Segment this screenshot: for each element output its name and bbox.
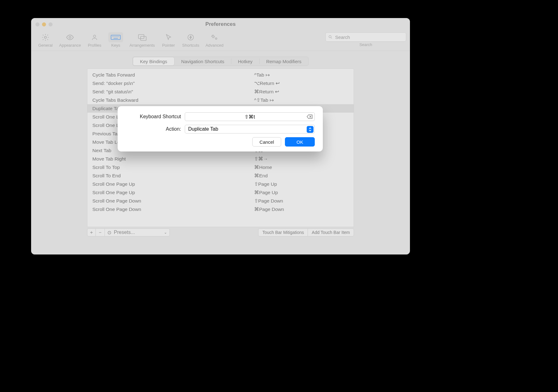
svg-rect-3 — [111, 35, 120, 40]
gear-icon — [38, 32, 53, 42]
ellipsis-icon: ⊙ — [107, 230, 111, 236]
tab-label: General — [38, 43, 53, 48]
key-binding-shortcut: ^⇧Tab ↦ — [254, 97, 349, 103]
key-binding-action: Cycle Tabs Forward — [92, 72, 254, 78]
key-binding-row[interactable]: Send: "git status\n"⌘Return ↩ — [87, 87, 354, 96]
tab-label: Pointer — [162, 43, 175, 48]
tab-label: Advanced — [206, 43, 224, 48]
chevron-up-down-icon — [307, 126, 314, 133]
tab-label: Keys — [111, 43, 120, 48]
tab-label: Profiles — [88, 43, 101, 48]
key-binding-row[interactable]: Scroll To Top⌘Home — [87, 163, 354, 171]
svg-point-14 — [212, 35, 214, 37]
cancel-button[interactable]: Cancel — [252, 137, 281, 147]
key-binding-row[interactable]: Scroll One Page Down⇧Page Down — [87, 197, 354, 205]
tab-profiles[interactable]: Profiles — [84, 32, 105, 48]
action-label: Action: — [126, 126, 185, 132]
tab-keys[interactable]: Keys — [105, 32, 126, 48]
key-binding-shortcut: ⇧⌘→ — [254, 156, 349, 162]
edit-key-binding-dialog: Keyboard Shortcut ⇧⌘t Action: Duplicate … — [118, 106, 323, 152]
key-binding-action: Scroll One Page Down — [92, 207, 254, 212]
tab-shortcuts[interactable]: Shortcuts — [179, 32, 202, 48]
gears-icon — [207, 32, 222, 42]
minimize-icon[interactable] — [42, 22, 46, 26]
pointer-icon — [161, 32, 176, 42]
subtab-navigation-shortcuts[interactable]: Navigation Shortcuts — [174, 57, 231, 66]
tab-label: Appearance — [59, 43, 81, 48]
key-binding-shortcut: ⇧Page Up — [254, 181, 349, 187]
key-binding-row[interactable]: Cycle Tabs Backward^⇧Tab ↦ — [87, 96, 354, 104]
windows-icon — [135, 32, 150, 42]
remove-button[interactable]: － — [96, 228, 105, 236]
keyboard-icon — [108, 32, 123, 42]
svg-point-2 — [93, 35, 95, 37]
search-wrap: Search — [325, 32, 406, 47]
subtabs: Key Bindings Navigation Shortcuts Hotkey… — [133, 57, 309, 66]
tab-arrangements[interactable]: Arrangements — [126, 32, 158, 48]
svg-line-17 — [331, 38, 332, 39]
svg-point-13 — [188, 35, 193, 40]
add-button[interactable]: ＋ — [87, 228, 96, 236]
backspace-icon — [307, 114, 313, 119]
key-binding-row[interactable]: Scroll To End⌘End — [87, 171, 354, 180]
search-input[interactable] — [325, 32, 406, 42]
list-footer: ＋ － ⊙ Presets... ⌄ Touch Bar Mitigations… — [87, 227, 354, 238]
search-icon — [328, 35, 333, 40]
key-binding-action: Move Tab Right — [92, 156, 254, 162]
key-binding-shortcut: ⌘Home — [254, 165, 349, 170]
svg-point-15 — [215, 38, 217, 40]
shortcut-value: ⇧⌘t — [244, 114, 255, 120]
key-binding-row[interactable]: Move Tab Right⇧⌘→ — [87, 155, 354, 163]
svg-point-16 — [329, 35, 331, 38]
titlebar: Preferences — [31, 18, 410, 30]
key-binding-action: Send: "docker ps\n" — [92, 81, 254, 86]
shortcut-input[interactable]: ⇧⌘t — [185, 112, 315, 121]
key-binding-action: Cycle Tabs Backward — [92, 97, 254, 103]
key-binding-shortcut: ^Tab ↦ — [254, 72, 349, 78]
subtab-hotkey[interactable]: Hotkey — [231, 57, 259, 66]
shortcut-label: Keyboard Shortcut — [126, 114, 185, 119]
toolbar: General Appearance Profiles Keys Arrange… — [31, 30, 410, 51]
window-title: Preferences — [31, 21, 410, 27]
subtab-key-bindings[interactable]: Key Bindings — [133, 57, 174, 65]
key-binding-action: Scroll To Top — [92, 165, 254, 170]
key-binding-row[interactable]: Scroll One Page Up⌘Page Up — [87, 188, 354, 197]
key-binding-row[interactable]: Scroll One Page Up⇧Page Up — [87, 180, 354, 188]
ok-button[interactable]: OK — [285, 137, 315, 147]
key-binding-shortcut: ⌘End — [254, 173, 349, 179]
subtab-remap-modifiers[interactable]: Remap Modifiers — [259, 57, 308, 66]
search-field[interactable] — [335, 34, 403, 40]
eye-icon — [63, 32, 77, 42]
close-icon[interactable] — [35, 22, 40, 26]
svg-point-0 — [44, 36, 47, 39]
key-binding-action: Scroll One Page Up — [92, 181, 254, 187]
preferences-window: Preferences General Appearance Profiles … — [31, 18, 410, 254]
clear-shortcut-button[interactable] — [306, 114, 313, 120]
tab-label: Shortcuts — [182, 43, 199, 48]
person-icon — [87, 32, 102, 42]
key-binding-shortcut: ⌘Page Down — [254, 207, 349, 212]
add-touch-bar-item-button[interactable]: Add Touch Bar Item — [308, 228, 354, 236]
key-binding-row[interactable]: Send: "docker ps\n"⌥Return ↩ — [87, 79, 354, 87]
action-value: Duplicate Tab — [188, 126, 218, 132]
presets-label: Presets... — [114, 230, 135, 235]
key-binding-row[interactable]: Cycle Tabs Forward^Tab ↦ — [87, 71, 354, 79]
window-controls — [35, 22, 53, 26]
tab-advanced[interactable]: Advanced — [202, 32, 227, 48]
key-binding-shortcut: ⌘Page Up — [254, 190, 349, 195]
key-binding-action: Scroll One Page Down — [92, 198, 254, 204]
chevron-down-icon: ⌄ — [164, 230, 167, 235]
tab-appearance[interactable]: Appearance — [56, 32, 84, 48]
tab-pointer[interactable]: Pointer — [158, 32, 179, 48]
key-binding-shortcut: ⌘Return ↩ — [254, 89, 349, 95]
action-select[interactable]: Duplicate Tab — [185, 125, 315, 133]
key-binding-action: Scroll To End — [92, 173, 254, 179]
touch-bar-mitigations-button[interactable]: Touch Bar Mitigations — [258, 228, 308, 236]
key-binding-action: Scroll One Page Up — [92, 190, 254, 195]
zoom-icon[interactable] — [49, 22, 53, 26]
key-binding-shortcut: ⇧Page Down — [254, 198, 349, 204]
tab-general[interactable]: General — [35, 32, 56, 48]
key-binding-row[interactable]: Scroll One Page Down⌘Page Down — [87, 205, 354, 213]
presets-dropdown[interactable]: ⊙ Presets... ⌄ — [105, 228, 170, 236]
key-binding-action: Send: "git status\n" — [92, 89, 254, 95]
